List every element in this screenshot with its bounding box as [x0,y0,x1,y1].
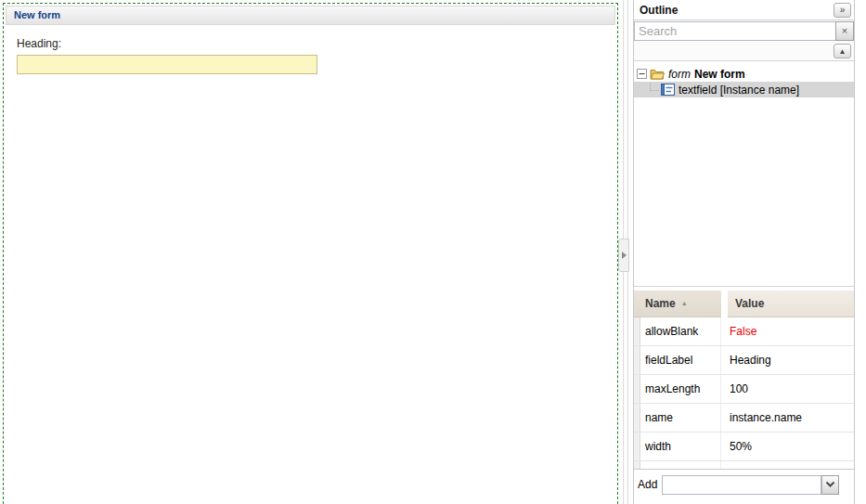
splitter-collapse-handle[interactable] [618,239,629,272]
add-label: Add [638,478,657,491]
field-label: Heading: [17,37,617,50]
tree-elbow-connector [650,83,659,91]
add-property-combo[interactable] [662,475,839,495]
property-name [640,461,721,469]
outline-panel-header: Outline » [634,0,854,20]
tree-node-label: New form [694,68,745,81]
property-name: allowBlank [640,317,721,345]
property-row-allowblank[interactable]: allowBlank False [634,317,854,346]
property-row-width[interactable]: width 50% [634,433,854,461]
textfield-icon [661,84,675,96]
property-value[interactable]: 100 [721,375,854,403]
property-value[interactable]: 50% [721,433,854,460]
row-gutter [634,375,640,403]
row-gutter [634,461,640,469]
property-grid-rows: allowBlank False fieldLabel Heading maxL… [634,317,854,470]
tree-node-textfield[interactable]: textfield [Instance name] [634,82,854,97]
property-row-maxlength[interactable]: maxLength 100 [634,375,854,404]
property-name: name [640,404,721,432]
row-gutter [634,404,640,432]
property-row-fieldlabel[interactable]: fieldLabel Heading [634,346,854,375]
property-value[interactable]: Heading [721,346,854,374]
chevron-down-icon [825,481,835,488]
tree-expander-minus-icon[interactable] [637,69,647,79]
property-value[interactable]: False [721,317,854,345]
column-header-value[interactable]: Value [728,291,854,317]
row-gutter [634,317,640,345]
property-value[interactable]: instance.name [721,404,854,432]
outline-tree: form New form textfield [Instance name] [634,61,854,287]
property-name: fieldLabel [640,346,721,374]
column-header-name[interactable]: Name▲ [634,291,721,317]
property-value [721,461,854,469]
search-row: × [634,20,854,41]
outline-panel: Outline » × ▲ form New form [633,0,855,504]
property-name: maxLength [640,375,721,403]
form-panel-header[interactable]: New form [6,6,615,25]
combo-dropdown-button[interactable] [821,475,839,495]
form-design-canvas[interactable]: New form Heading: [3,3,618,504]
tree-node-label: textfield [Instance name] [679,84,799,97]
property-row-empty [634,461,854,470]
search-input[interactable] [634,21,835,41]
tree-node-type: form [668,68,691,81]
add-property-row: Add [634,470,854,495]
outline-title: Outline [640,4,678,17]
sort-ascending-icon: ▲ [681,300,688,306]
property-name: width [640,433,721,460]
folder-open-icon [650,68,665,80]
property-grid-header: Name▲ Value [634,291,854,317]
form-title: New form [14,9,60,20]
heading-text-input[interactable] [17,55,317,74]
collapse-arrow-icon [622,252,627,259]
column-header-gap [721,291,728,317]
app-window: New form Heading: Outline » × ▲ [0,0,866,504]
panel-collapse-button[interactable]: » [834,3,851,18]
property-row-name[interactable]: name instance.name [634,404,854,433]
search-clear-button[interactable]: × [835,21,854,41]
collapse-all-button[interactable]: ▲ [834,44,851,58]
form-body: Heading: [4,27,617,74]
add-property-input[interactable] [662,475,821,495]
row-gutter [634,346,640,374]
tree-toolbar: ▲ [634,41,854,61]
row-gutter [634,433,640,460]
tree-node-form[interactable]: form New form [634,66,854,82]
